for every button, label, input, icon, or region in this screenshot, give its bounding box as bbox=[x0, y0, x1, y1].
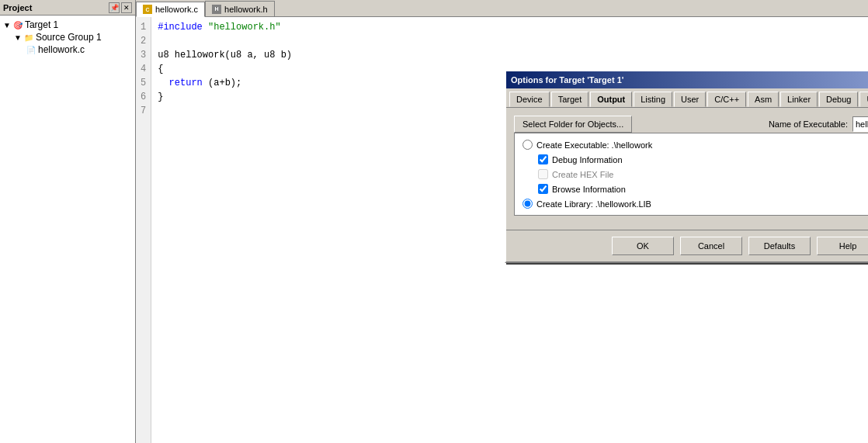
pin-button[interactable]: 📌 bbox=[109, 2, 120, 13]
folder-name-section: Select Folder for Objects... Name of Exe… bbox=[514, 116, 868, 133]
tree-source-group[interactable]: ▼ 📁 Source Group 1 bbox=[2, 31, 134, 43]
tab-device[interactable]: Device bbox=[509, 92, 550, 107]
dialog-title: Options for Target 'Target 1' bbox=[511, 75, 623, 85]
name-exe-input[interactable] bbox=[852, 116, 868, 132]
create-executable-label: Create Executable: .\hellowork bbox=[536, 140, 652, 150]
create-library-label: Create Library: .\hellowork.LIB bbox=[536, 199, 651, 209]
project-panel: Project 📌 ✕ ▼ 🎯 Target 1 ▼ 📁 Source Grou… bbox=[0, 0, 136, 443]
editor-area: C hellowork.c H hellowork.h 1 2 3 4 5 6 … bbox=[136, 0, 868, 443]
tab-hellowork-h[interactable]: H hellowork.h bbox=[205, 1, 275, 16]
tab-asm[interactable]: Asm bbox=[748, 92, 779, 107]
tab-hellowork-c-label: hellowork.c bbox=[155, 5, 198, 14]
select-folder-button[interactable]: Select Folder for Objects... bbox=[514, 116, 632, 133]
expand-icon: ▼ bbox=[3, 21, 11, 29]
create-executable-row: Create Executable: .\hellowork bbox=[523, 140, 868, 150]
project-tree: ▼ 🎯 Target 1 ▼ 📁 Source Group 1 📄 hellow… bbox=[0, 16, 135, 443]
browse-info-label: Browse Information bbox=[552, 185, 626, 194]
close-panel-button[interactable]: ✕ bbox=[121, 2, 132, 13]
expand-icon2: ▼ bbox=[14, 33, 22, 42]
browse-info-checkbox[interactable] bbox=[538, 184, 548, 194]
defaults-button[interactable]: Defaults bbox=[748, 237, 811, 255]
create-executable-radio[interactable] bbox=[523, 140, 533, 150]
create-hex-label: Create HEX File bbox=[552, 170, 613, 179]
dialog-tabs: Device Target Output Listing User C/C++ … bbox=[506, 88, 868, 108]
tab-linker[interactable]: Linker bbox=[780, 92, 818, 107]
cancel-button[interactable]: Cancel bbox=[680, 237, 742, 255]
h-file-icon: H bbox=[212, 5, 221, 14]
tab-output[interactable]: Output bbox=[590, 92, 632, 107]
tree-hellowork-c[interactable]: 📄 hellowork.c bbox=[2, 43, 134, 56]
title-buttons: 📌 ✕ bbox=[109, 2, 132, 13]
code-line-1: #include "hellowork.h" bbox=[158, 20, 862, 34]
dialog-title-bar: Options for Target 'Target 1' ✕ bbox=[506, 71, 868, 88]
name-exe-row: Name of Executable: bbox=[769, 116, 868, 132]
tab-user[interactable]: User bbox=[674, 92, 706, 107]
create-hex-row: Create HEX File bbox=[523, 169, 868, 179]
code-line-2 bbox=[158, 34, 862, 48]
name-exe-label: Name of Executable: bbox=[769, 119, 848, 129]
create-library-radio[interactable] bbox=[523, 199, 533, 209]
help-button[interactable]: Help bbox=[817, 237, 868, 255]
tab-debug[interactable]: Debug bbox=[819, 92, 858, 107]
code-line-3: u8 hellowork(u8 a, u8 b) bbox=[158, 48, 862, 62]
browse-info-row: Browse Information bbox=[523, 184, 868, 194]
left-options: Create Executable: .\hellowork Debug Inf… bbox=[523, 140, 868, 209]
tab-hellowork-c[interactable]: C hellowork.c bbox=[136, 2, 205, 17]
folder-icon: 📁 bbox=[24, 33, 33, 42]
tab-listing[interactable]: Listing bbox=[634, 92, 672, 107]
dialog-content: Select Folder for Objects... Name of Exe… bbox=[506, 108, 868, 230]
debug-info-checkbox[interactable] bbox=[538, 154, 548, 164]
tab-utilities[interactable]: Utilities bbox=[859, 92, 868, 107]
options-box: Create Executable: .\hellowork Debug Inf… bbox=[514, 133, 868, 216]
hellowork-c-label: hellowork.c bbox=[38, 44, 85, 55]
tree-target1[interactable]: ▼ 🎯 Target 1 bbox=[2, 19, 134, 31]
project-title-bar: Project 📌 ✕ bbox=[0, 0, 135, 16]
options-dialog: Options for Target 'Target 1' ✕ Device T… bbox=[505, 70, 868, 263]
target1-label: Target 1 bbox=[25, 19, 58, 30]
project-title: Project bbox=[3, 3, 32, 12]
file-icon: 📄 bbox=[26, 46, 36, 54]
debug-info-label: Debug Information bbox=[552, 155, 623, 164]
create-library-row: Create Library: .\hellowork.LIB bbox=[523, 199, 868, 209]
dialog-footer: OK Cancel Defaults Help bbox=[506, 230, 868, 261]
tab-hellowork-h-label: hellowork.h bbox=[224, 5, 268, 14]
tab-target[interactable]: Target bbox=[551, 92, 589, 107]
ok-button[interactable]: OK bbox=[612, 237, 674, 255]
tab-bar: C hellowork.c H hellowork.h bbox=[136, 0, 868, 17]
tab-cpp[interactable]: C/C++ bbox=[707, 92, 746, 107]
line-numbers: 1 2 3 4 5 6 7 bbox=[136, 17, 151, 443]
debug-info-row: Debug Information bbox=[523, 154, 868, 164]
source-group-label: Source Group 1 bbox=[36, 32, 102, 43]
c-file-icon: C bbox=[143, 5, 152, 14]
target-icon: 🎯 bbox=[13, 21, 23, 29]
create-hex-checkbox[interactable] bbox=[538, 169, 548, 179]
